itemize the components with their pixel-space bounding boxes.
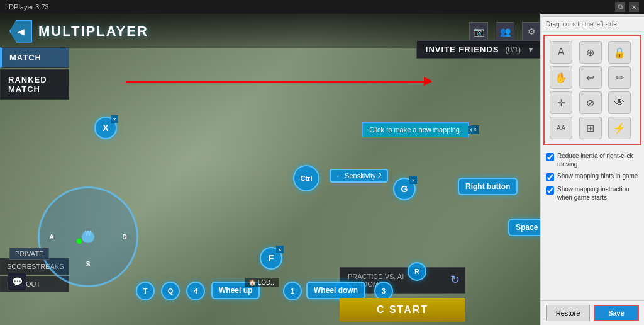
joystick-left-label: A xyxy=(49,234,53,241)
key-x-bubble[interactable]: X × xyxy=(94,117,117,139)
window-controls: ⧉ ✕ xyxy=(615,2,639,12)
icon-eye[interactable]: 👁 xyxy=(608,91,631,114)
icons-grid: A ⊕ 🔒 ✋ ↩ ✏ ✛ ⊘ 👁 AA ⊞ ⚡ xyxy=(543,35,641,145)
save-button[interactable]: Save xyxy=(594,305,639,321)
invite-dropdown-icon[interactable]: ▼ xyxy=(527,45,535,54)
icon-monitor[interactable]: ⊞ xyxy=(579,117,602,139)
ctrl-key-bubble[interactable]: Ctrl xyxy=(293,165,319,191)
private-badge: PRIVATE xyxy=(9,248,49,259)
invite-friends-bar[interactable]: INVITE FRIENDS (0/1) ▼ xyxy=(416,40,544,59)
right-button-key[interactable]: Right button xyxy=(458,178,518,195)
show-instruction-label: Show mapping instruction when game start… xyxy=(557,185,639,202)
lod-indicator: 🏠 LOD... xyxy=(245,278,279,287)
joystick-right-label: D xyxy=(122,234,126,241)
key-q-bubble[interactable]: Q xyxy=(161,282,180,300)
panel-footer: Restore Save xyxy=(541,300,644,325)
header-icons: 📷 👥 ⚙ xyxy=(469,22,541,41)
key-f-close[interactable]: × xyxy=(276,246,284,253)
icon-crosshair[interactable]: ⊕ xyxy=(579,41,602,64)
start-button[interactable]: C START xyxy=(340,298,465,322)
chat-icon: 💬 xyxy=(12,277,23,287)
checkbox-row-hints: Show mapping hints in game xyxy=(546,172,639,181)
icon-loop[interactable]: ↩ xyxy=(579,66,602,89)
key-g-close[interactable]: × xyxy=(409,176,417,184)
window-title: LDPlayer 3.73 xyxy=(5,3,49,11)
reduce-inertia-label: Reduce inertia of right-click moving xyxy=(557,152,639,168)
joystick-green-dot xyxy=(77,239,82,244)
show-hints-checkbox[interactable] xyxy=(546,173,554,181)
left-sidebar: MATCH RANKED MATCH xyxy=(0,47,69,101)
multiplayer-title: MULTIPLAYER xyxy=(38,23,148,40)
drag-instruction: Drag icons to the left side: xyxy=(541,17,644,32)
restore-button[interactable]: Restore xyxy=(546,305,590,321)
icon-aa[interactable]: AA xyxy=(550,117,572,139)
joystick-dot xyxy=(82,231,94,243)
key-x-close[interactable]: × xyxy=(111,115,118,123)
camera-icon[interactable]: 📷 xyxy=(469,22,488,41)
close-window-button[interactable]: ✕ xyxy=(629,2,639,12)
key-r-bubble[interactable]: R xyxy=(408,262,426,281)
friends-icon[interactable]: 👥 xyxy=(496,22,514,41)
key-4-bubble[interactable]: 4 xyxy=(186,282,205,300)
restore-window-button[interactable]: ⧉ xyxy=(615,2,625,12)
icon-slash[interactable]: ⊘ xyxy=(579,91,602,114)
reduce-inertia-checkbox[interactable] xyxy=(546,153,554,161)
key-t-bubble[interactable]: T xyxy=(136,282,155,300)
panel-checkboxes: Reduce inertia of right-click moving Sho… xyxy=(541,148,644,300)
title-bar: LDPlayer 3.73 ⧉ ✕ xyxy=(0,0,644,14)
key-f-bubble[interactable]: F × xyxy=(260,247,282,270)
practice-vs-ai-label: PRACTICE VS. AI xyxy=(348,273,457,280)
practice-refresh-icon[interactable]: ↻ xyxy=(450,273,460,287)
game-area: ◀ MULTIPLAYER 📷 👥 ⚙ INVITE FRIENDS (0/1)… xyxy=(0,0,550,325)
back-button[interactable]: ◀ xyxy=(9,20,32,43)
icon-a[interactable]: A xyxy=(550,41,572,64)
icon-pencil[interactable]: ✏ xyxy=(608,66,631,89)
ranked-match-menu-item[interactable]: RANKED MATCH xyxy=(0,69,69,100)
checkbox-row-instruction: Show mapping instruction when game start… xyxy=(546,185,639,202)
show-hints-label: Show mapping hints in game xyxy=(557,172,638,180)
invite-count: (0/1) xyxy=(505,45,521,54)
icon-bolt[interactable]: ⚡ xyxy=(608,117,631,139)
red-arrow xyxy=(126,81,428,83)
show-instruction-checkbox[interactable] xyxy=(546,186,554,195)
joystick-bottom-label: S xyxy=(86,261,91,268)
key-1-bubble[interactable]: 1 xyxy=(283,282,302,300)
icon-hand[interactable]: ✋ xyxy=(550,66,572,89)
key-g-bubble[interactable]: G × xyxy=(393,178,416,200)
joystick-area[interactable]: W S A D xyxy=(38,186,138,287)
chat-button[interactable]: 💬 xyxy=(8,273,26,290)
back-icon: ◀ xyxy=(18,26,25,37)
icon-lock[interactable]: 🔒 xyxy=(608,41,631,64)
wheel-down-key[interactable]: Wheel down xyxy=(306,282,365,299)
new-mapping-close[interactable]: × xyxy=(471,125,479,134)
sensitivity-label[interactable]: ← Sensitivity 2 xyxy=(330,169,388,183)
match-menu-item[interactable]: MATCH xyxy=(0,47,69,68)
right-panel: Name: multiplayer ▼ Drag icons to the le… xyxy=(540,0,644,325)
icon-plus[interactable]: ✛ xyxy=(550,91,572,114)
invite-label: INVITE FRIENDS xyxy=(426,45,499,54)
settings-icon[interactable]: ⚙ xyxy=(522,22,541,41)
checkbox-row-inertia: Reduce inertia of right-click moving xyxy=(546,152,639,168)
new-mapping-tip[interactable]: Click to make a new mapping. × xyxy=(362,122,469,137)
